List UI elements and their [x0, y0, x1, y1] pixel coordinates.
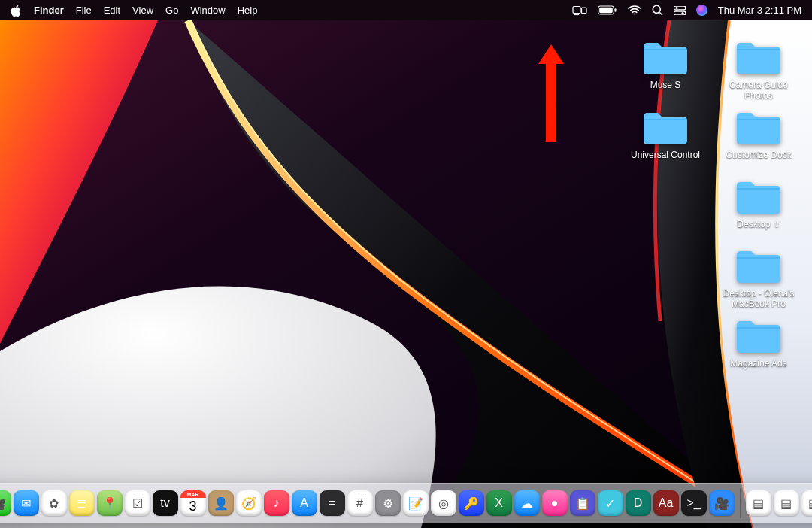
menu-go[interactable]: Go: [165, 5, 178, 16]
dock-app-contacts[interactable]: 👤: [208, 490, 234, 516]
dock-separator: [740, 488, 741, 518]
desktop-folder-grid: Muse S Camera Guide Photos Universal Con…: [624, 39, 804, 379]
dock-app-maps[interactable]: 📍: [97, 490, 123, 516]
svg-point-7: [653, 5, 660, 13]
dock-app-reminders[interactable]: ☑: [125, 490, 150, 516]
app-name[interactable]: Finder: [34, 5, 64, 16]
universal-control-icon[interactable]: [572, 5, 587, 16]
menu-help[interactable]: Help: [238, 5, 258, 16]
menubar-clock[interactable]: Thu Mar 3 2:11 PM: [718, 5, 801, 16]
folder-muse-s[interactable]: Muse S: [624, 39, 707, 102]
dock-app-settings[interactable]: ⚙: [375, 490, 401, 516]
folder-label: Camera Guide Photos: [717, 80, 800, 102]
dock-app-zoom[interactable]: 🎥: [709, 490, 735, 516]
svg-point-12: [681, 11, 683, 14]
folder-label: Muse S: [650, 80, 681, 101]
menu-view[interactable]: View: [132, 5, 153, 16]
menubar-right: Thu Mar 3 2:11 PM: [572, 5, 801, 16]
dock-app-facetime[interactable]: 🎥: [0, 490, 11, 516]
menubar-left: Finder File Edit View Go Window Help: [11, 5, 257, 17]
dock-app-dashlane[interactable]: D: [626, 490, 651, 516]
dock-app-calendar[interactable]: MAR3: [180, 490, 206, 516]
svg-line-8: [659, 12, 662, 15]
annotation-arrow-icon: [538, 44, 564, 142]
folder-label: Desktop - Olena's MacBook Pro: [717, 288, 800, 310]
search-icon[interactable]: [652, 5, 663, 16]
dock-app-textedit[interactable]: 📝: [403, 490, 429, 516]
folder-label: Universal Control: [631, 150, 700, 171]
dock-app-terminal[interactable]: >_: [681, 490, 707, 516]
svg-point-10: [675, 6, 677, 8]
battery-icon[interactable]: [598, 5, 617, 15]
apple-logo-icon[interactable]: [11, 5, 22, 17]
dock: 😀▦✉🎥✉✿≣📍☑tvMAR3👤🧭♪A=#⚙📝◎🔑X☁●📋✓DAa>_🎥▤▤▤▤…: [0, 483, 812, 523]
folder-label: Customize Dock: [726, 150, 791, 171]
dock-app-excel[interactable]: X: [486, 490, 512, 516]
wifi-icon[interactable]: [628, 5, 641, 15]
dock-app-doc3[interactable]: ▤: [801, 490, 813, 516]
dock-app-todo[interactable]: ✓: [598, 490, 623, 516]
svg-rect-5: [614, 8, 616, 12]
dock-app-calculator[interactable]: =: [320, 490, 345, 516]
menu-window[interactable]: Window: [190, 5, 225, 16]
dock-container: 😀▦✉🎥✉✿≣📍☑tvMAR3👤🧭♪A=#⚙📝◎🔑X☁●📋✓DAa>_🎥▤▤▤▤…: [0, 483, 812, 523]
dock-app-appstore[interactable]: A: [292, 490, 317, 516]
svg-marker-14: [538, 44, 564, 142]
desktop[interactable]: Muse S Camera Guide Photos Universal Con…: [0, 20, 812, 528]
dock-app-slack[interactable]: #: [347, 490, 373, 516]
menubar: Finder File Edit View Go Window Help Thu…: [0, 0, 812, 20]
folder-label: Magazine Ads: [730, 358, 786, 379]
folder-customize-dock[interactable]: Customize Dock: [717, 109, 800, 171]
dock-app-safari[interactable]: 🧭: [236, 490, 262, 516]
folder-magazine-ads[interactable]: Magazine Ads: [717, 317, 800, 379]
dock-app-appletv[interactable]: tv: [153, 490, 178, 516]
dock-app-onedrive[interactable]: ☁: [514, 490, 540, 516]
svg-point-6: [634, 14, 635, 15]
dock-app-music[interactable]: ♪: [264, 490, 289, 516]
svg-rect-0: [573, 6, 580, 13]
siri-icon[interactable]: [696, 5, 707, 16]
dock-app-clipboard[interactable]: 📋: [570, 490, 595, 516]
dock-app-recording[interactable]: ●: [542, 490, 568, 516]
menu-edit[interactable]: Edit: [104, 5, 120, 16]
control-center-icon[interactable]: [674, 6, 686, 15]
folder-desktop[interactable]: Desktop ⇧: [717, 178, 800, 240]
dock-app-dictionary[interactable]: Aa: [653, 490, 679, 516]
dock-app-1password[interactable]: 🔑: [459, 490, 484, 516]
folder-camera-guide-photos[interactable]: Camera Guide Photos: [717, 39, 800, 102]
dock-app-doc2[interactable]: ▤: [774, 490, 799, 516]
dock-app-photos[interactable]: ✿: [41, 490, 67, 516]
folder-universal-control[interactable]: Universal Control: [624, 109, 707, 171]
folder-desktop-olenas-mbp[interactable]: Desktop - Olena's MacBook Pro: [717, 247, 800, 310]
dock-app-notes[interactable]: ≣: [69, 490, 95, 516]
dock-app-mail[interactable]: ✉: [14, 490, 39, 516]
dock-app-chrome[interactable]: ◎: [431, 490, 456, 516]
folder-label: Desktop ⇧: [737, 219, 780, 240]
svg-rect-4: [599, 8, 613, 14]
dock-app-doc1[interactable]: ▤: [746, 490, 771, 516]
svg-rect-1: [581, 8, 586, 14]
menu-file[interactable]: File: [76, 5, 92, 16]
